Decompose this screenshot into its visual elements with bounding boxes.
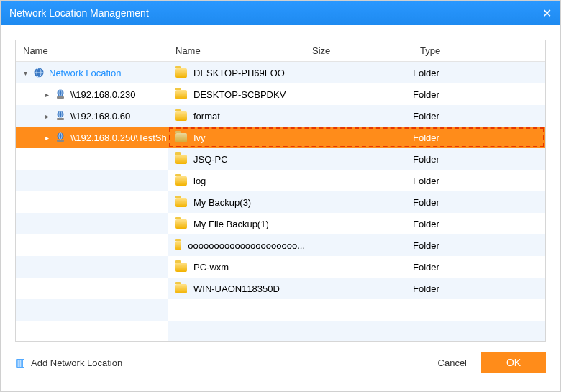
folder-icon (175, 68, 187, 78)
tree-filler (16, 213, 168, 234)
list-header-type[interactable]: Type (413, 45, 545, 56)
list-header-size[interactable]: Size (305, 45, 413, 56)
list-item-name: DESKTOP-SCBPDKV (193, 89, 286, 100)
list-item-name: My Backup(3) (193, 197, 251, 208)
list-item-type: Folder (413, 154, 545, 165)
list-item-name: DESKTOP-PH69FOO (193, 68, 285, 78)
list-item-type: Folder (413, 176, 545, 186)
list-rows: DESKTOP-PH69FOOFolderDESKTOP-SCBPDKVFold… (168, 62, 545, 341)
tree-filler (16, 234, 168, 256)
list-header-name[interactable]: Name (168, 45, 305, 56)
tree-item-label: \\192.168.0.230 (70, 89, 135, 100)
tree-filler (16, 170, 168, 191)
network-drive-icon (55, 110, 66, 122)
list-item[interactable]: IvyFolder (168, 127, 545, 148)
tree-item[interactable]: ▸\\192.168.0.230 (16, 83, 168, 105)
titlebar: Network Location Management ✕ (1, 1, 560, 25)
list-item-type: Folder (413, 283, 545, 294)
svg-rect-5 (57, 96, 64, 99)
list-pane: Name Size Type DESKTOP-PH69FOOFolderDESK… (168, 40, 545, 341)
add-network-location-label: Add Network Location (31, 357, 122, 368)
chevron-right-icon[interactable]: ▸ (43, 134, 50, 142)
tree-filler (16, 256, 168, 278)
chevron-right-icon[interactable]: ▸ (43, 112, 50, 120)
svg-rect-11 (57, 140, 64, 142)
tree-filler (16, 191, 168, 213)
split-panes: Name ▾ Network Location ▸\\192.168.0.230… (15, 40, 546, 342)
tree-header-name: Name (16, 45, 55, 56)
add-network-location-button[interactable]: ▥ Add Network Location (15, 356, 122, 369)
list-item-name: JSQ-PC (193, 154, 228, 165)
list-item-name: ooooooooooooooooooooo... (188, 240, 305, 251)
folder-icon (175, 241, 181, 250)
list-item-type: Folder (413, 240, 545, 251)
footer: ▥ Add Network Location Cancel OK (1, 342, 560, 383)
list-item-type: Folder (413, 219, 545, 229)
tree-item-label: \\192.168.0.250\TestSh (70, 132, 167, 143)
tree-rows: ▾ Network Location ▸\\192.168.0.230▸\\19… (16, 62, 168, 341)
svg-point-6 (58, 111, 64, 118)
list-item-type: Folder (413, 262, 545, 273)
list-item[interactable]: My File Backup(1)Folder (168, 213, 545, 234)
list-item-type: Folder (413, 89, 545, 100)
list-item-name: WIN-UAON118350D (193, 283, 280, 294)
list-item-type: Folder (413, 197, 545, 208)
list-item-name: Ivy (193, 132, 206, 143)
cancel-button[interactable]: Cancel (438, 357, 467, 368)
list-item[interactable]: ooooooooooooooooooooo...Folder (168, 234, 545, 256)
network-drive-icon (55, 88, 66, 100)
list-filler (168, 299, 545, 321)
list-item[interactable]: DESKTOP-PH69FOOFolder (168, 62, 545, 83)
folder-icon (175, 111, 187, 121)
tree-filler (16, 148, 168, 170)
globe-icon (33, 67, 45, 78)
add-icon: ▥ (15, 356, 25, 369)
folder-icon (175, 198, 187, 207)
list-item-name: log (193, 176, 206, 186)
folder-icon (175, 219, 187, 229)
folder-icon (175, 90, 187, 99)
list-item[interactable]: PC-wxmFolder (168, 256, 545, 278)
tree-pane: Name ▾ Network Location ▸\\192.168.0.230… (16, 40, 168, 341)
list-item-name: My File Backup(1) (193, 219, 269, 229)
folder-icon (175, 176, 187, 186)
ok-button[interactable]: OK (481, 352, 546, 373)
list-item-type: Folder (413, 68, 545, 78)
folder-icon (175, 263, 187, 272)
svg-rect-8 (57, 118, 64, 120)
chevron-right-icon[interactable]: ▸ (43, 91, 50, 99)
folder-icon (175, 133, 187, 142)
network-drive-icon (55, 132, 66, 143)
tree-item-label: \\192.168.0.60 (70, 111, 130, 122)
list-item-name: PC-wxm (193, 262, 229, 273)
tree-header: Name (16, 40, 168, 62)
tree-item[interactable]: ▸\\192.168.0.60 (16, 105, 168, 127)
dialog-content: Name ▾ Network Location ▸\\192.168.0.230… (1, 25, 560, 342)
list-item-type: Folder (413, 111, 545, 122)
tree-root[interactable]: ▾ Network Location (16, 62, 168, 83)
list-item[interactable]: JSQ-PCFolder (168, 148, 545, 170)
folder-icon (175, 284, 187, 293)
folder-icon (175, 155, 187, 164)
svg-point-9 (58, 133, 64, 140)
footer-actions: Cancel OK (438, 352, 546, 373)
list-filler (168, 321, 545, 341)
list-item-name: format (193, 111, 220, 122)
close-icon[interactable]: ✕ (542, 6, 552, 20)
tree-filler (16, 299, 168, 321)
tree-filler (16, 321, 168, 341)
window-title: Network Location Management (9, 7, 149, 19)
tree-root-label: Network Location (49, 68, 121, 78)
chevron-down-icon[interactable]: ▾ (22, 69, 29, 77)
list-header: Name Size Type (168, 40, 545, 62)
list-item[interactable]: My Backup(3)Folder (168, 191, 545, 213)
list-item-type: Folder (413, 132, 545, 143)
list-item[interactable]: logFolder (168, 170, 545, 191)
tree-item[interactable]: ▸\\192.168.0.250\TestSh (16, 127, 168, 148)
list-item[interactable]: DESKTOP-SCBPDKVFolder (168, 83, 545, 105)
list-item[interactable]: WIN-UAON118350DFolder (168, 278, 545, 299)
svg-point-3 (58, 90, 64, 96)
list-item[interactable]: formatFolder (168, 105, 545, 127)
tree-filler (16, 278, 168, 299)
